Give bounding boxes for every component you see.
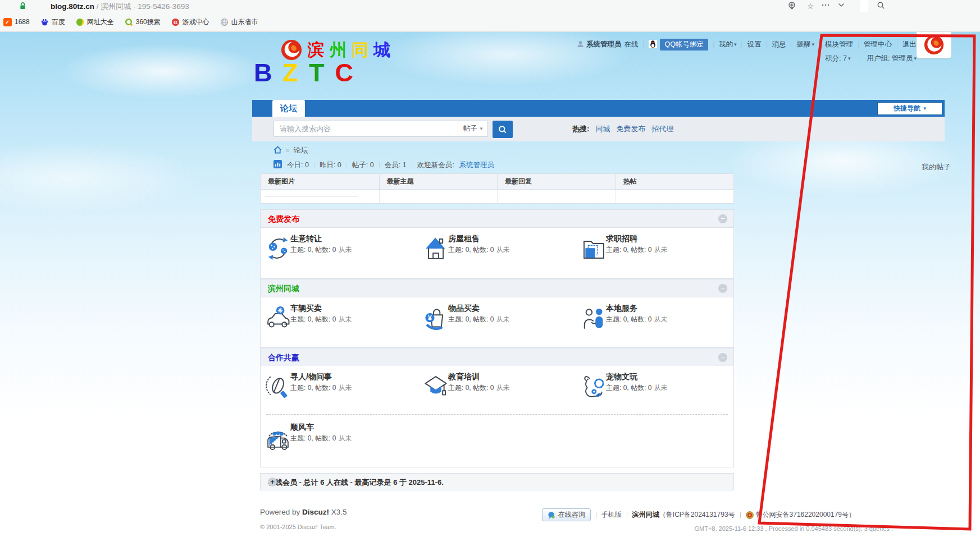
bookmark-game-center[interactable]: G 游戏中心 bbox=[171, 17, 209, 27]
forum-name[interactable]: 本地服务 bbox=[606, 304, 668, 314]
menu-reminders[interactable]: 提醒 bbox=[796, 40, 814, 49]
forum-fangwu[interactable]: 房屋租售 主题: 0, 帖数: 0 从未 bbox=[418, 230, 576, 277]
menu-my[interactable]: 我的 bbox=[719, 40, 737, 49]
browser-url-bar[interactable]: blog.80tz.cn / 滨州同城 - 195-5426-3693 ☆ bbox=[0, 0, 980, 12]
credits-link[interactable]: 积分: 7 bbox=[825, 54, 850, 63]
search-scope-select[interactable]: 帖子 bbox=[458, 121, 487, 136]
col-latest-images[interactable]: 最新图片 bbox=[261, 174, 379, 189]
forum-name[interactable]: 物品买卖 bbox=[448, 304, 510, 314]
education-icon[interactable] bbox=[421, 370, 450, 405]
pet-icon[interactable] bbox=[579, 370, 608, 405]
car-icon[interactable] bbox=[263, 302, 293, 337]
forum-name[interactable]: 求职招聘 bbox=[606, 234, 668, 244]
police-number-link[interactable]: 鲁公网安备37162202000179号） bbox=[756, 510, 855, 520]
house-icon[interactable] bbox=[421, 232, 450, 267]
1688-icon bbox=[3, 18, 12, 26]
online-consult-button[interactable]: 在线咨询 bbox=[542, 508, 591, 521]
chevron-down-icon bbox=[734, 42, 737, 47]
forum-lastpost: 从未 bbox=[339, 246, 352, 254]
bookmark-360-search[interactable]: 360搜索 bbox=[125, 17, 161, 27]
forum-bendi[interactable]: 本地服务 主题: 0, 帖数: 0 从未 bbox=[576, 300, 734, 347]
tab-forum[interactable]: 论坛 bbox=[272, 100, 305, 117]
bookmark-nav-site[interactable]: 网址大全 bbox=[76, 17, 114, 27]
search-icon bbox=[498, 125, 507, 134]
carpool-icon[interactable] bbox=[263, 421, 293, 456]
menu-admin-center[interactable]: 管理中心 bbox=[864, 40, 892, 49]
transfer-icon[interactable] bbox=[263, 232, 293, 267]
col-latest-replies[interactable]: 最新回复 bbox=[497, 174, 616, 189]
menu-messages[interactable]: 消息 bbox=[772, 40, 786, 49]
collapse-button[interactable] bbox=[718, 214, 727, 223]
seek-icon[interactable] bbox=[263, 370, 293, 405]
category-free-post-body: 生意转让 主题: 0, 帖数: 0 从未 房屋租售 主题: 0, 帖数: 0 从… bbox=[260, 228, 734, 279]
forum-shengyi[interactable]: 生意转让 主题: 0, 帖数: 0 从未 bbox=[261, 230, 418, 277]
forum-name[interactable]: 房屋租售 bbox=[448, 234, 510, 244]
bag-icon[interactable]: ¥ bbox=[421, 302, 450, 337]
discuz-brand-link[interactable]: Discuz! bbox=[302, 508, 329, 516]
welcome-user-link[interactable]: 系统管理员 bbox=[459, 160, 495, 170]
forum-lastpost: 从未 bbox=[496, 315, 510, 323]
category-title[interactable]: 合作共赢 bbox=[268, 353, 299, 363]
forum-shunfengche[interactable]: 顺风车 主题: 0, 帖数: 0 从未 bbox=[261, 419, 418, 466]
menu-logout[interactable]: 退出 bbox=[902, 40, 917, 49]
forum-page: 滨州同城 BZTC 系统管理员 在线 QQ帐号绑定 我的 设置 消息 提醒 模块… bbox=[0, 32, 980, 537]
menu-settings[interactable]: 设置 bbox=[747, 40, 761, 49]
home-icon[interactable] bbox=[274, 146, 282, 155]
usergroup-link[interactable]: 用户组: 管理员 bbox=[867, 54, 917, 63]
bookmark-1688[interactable]: 1688 bbox=[3, 18, 30, 26]
search-input[interactable] bbox=[274, 121, 458, 136]
forum-stats-line: 今日: 0 昨日: 0 帖子: 0 会员: 1 欢迎新会员: 系统管理员 bbox=[274, 160, 494, 170]
chevron-down-icon[interactable] bbox=[836, 1, 847, 11]
quick-nav-button[interactable]: 快捷导航 bbox=[878, 103, 942, 114]
menu-module-admin[interactable]: 模块管理 bbox=[825, 40, 853, 49]
forum-wupin[interactable]: ¥ 物品买卖 主题: 0, 帖数: 0 从未 bbox=[418, 300, 576, 347]
category-title[interactable]: 滨州同城 bbox=[268, 284, 299, 294]
nav-site-icon bbox=[76, 18, 84, 26]
collapse-button[interactable] bbox=[718, 353, 727, 362]
forum-name[interactable]: 生意转让 bbox=[290, 234, 352, 244]
user-avatar[interactable] bbox=[917, 32, 951, 58]
forum-name[interactable]: 教育培训 bbox=[448, 372, 510, 382]
svg-text:¥: ¥ bbox=[428, 314, 432, 322]
col-latest-topics[interactable]: 最新主题 bbox=[379, 174, 498, 189]
people-icon[interactable] bbox=[579, 302, 608, 337]
forum-name[interactable]: 顺风车 bbox=[290, 423, 352, 433]
col-hot-posts[interactable]: 热帖 bbox=[616, 174, 734, 189]
sidebar-search-icon[interactable] bbox=[875, 1, 886, 11]
search-button[interactable] bbox=[493, 121, 513, 138]
forum-name[interactable]: 寻人/物问事 bbox=[290, 372, 352, 382]
breadcrumb-current[interactable]: 论坛 bbox=[294, 145, 308, 155]
online-members-text: 在线会员 - 总计 6 人在线 - 最高记录是 6 于 2025-11-6. bbox=[268, 478, 444, 488]
category-title[interactable]: 免费发布 bbox=[268, 214, 299, 224]
username-link[interactable]: 系统管理员 bbox=[586, 40, 622, 49]
row-divider bbox=[266, 414, 728, 415]
my-posts-note[interactable]: 我的帖子 bbox=[922, 162, 951, 172]
hot-link-agent[interactable]: 招代理 bbox=[651, 124, 673, 134]
hot-search-label: 热搜: bbox=[572, 124, 589, 134]
hot-link-free-post[interactable]: 免费发布 bbox=[616, 124, 645, 134]
icp-number[interactable]: （鲁ICP备2024131793号 bbox=[659, 511, 735, 518]
forum-xunren[interactable]: 寻人/物问事 主题: 0, 帖数: 0 从未 bbox=[261, 368, 418, 415]
hot-link-tongcheng[interactable]: 同城 bbox=[595, 124, 610, 134]
collapse-button[interactable] bbox=[718, 284, 727, 293]
forum-qiuzhi[interactable]: 求职招聘 主题: 0, 帖数: 0 从未 bbox=[576, 230, 734, 277]
forum-cheliang[interactable]: 车辆买卖 主题: 0, 帖数: 0 从未 bbox=[261, 300, 418, 347]
more-menu-icon[interactable] bbox=[820, 1, 831, 11]
url-page-title: / 滨州同城 - 195-5426-3693 bbox=[97, 2, 189, 11]
bookmarks-bar: 1688 百度 网址大全 360搜索 G 游戏中心 山东省市 bbox=[0, 12, 980, 31]
bookmark-shandong[interactable]: 山东省市 bbox=[220, 17, 258, 27]
forum-jiaoyu[interactable]: 教育培训 主题: 0, 帖数: 0 从未 bbox=[418, 368, 576, 415]
forum-chongwu[interactable]: 宠物文玩 主题: 0, 帖数: 0 从未 bbox=[576, 368, 734, 415]
favorites-star-icon[interactable]: ☆ bbox=[805, 1, 816, 11]
folder-icon[interactable] bbox=[579, 232, 608, 267]
collections-icon[interactable] bbox=[786, 1, 797, 11]
category-binzhou: 滨州同城 bbox=[260, 279, 734, 297]
url-text: blog.80tz.cn / 滨州同城 - 195-5426-3693 bbox=[51, 2, 189, 12]
forum-name[interactable]: 车辆买卖 bbox=[290, 304, 352, 314]
forum-name[interactable]: 宠物文玩 bbox=[606, 372, 668, 382]
url-host: blog.80tz.cn bbox=[51, 2, 94, 11]
qq-bind-button[interactable]: QQ帐号绑定 bbox=[660, 39, 708, 51]
mobile-version-link[interactable]: 手机版 bbox=[601, 510, 622, 520]
expand-button[interactable] bbox=[268, 478, 277, 486]
bookmark-baidu[interactable]: 百度 bbox=[40, 17, 65, 27]
